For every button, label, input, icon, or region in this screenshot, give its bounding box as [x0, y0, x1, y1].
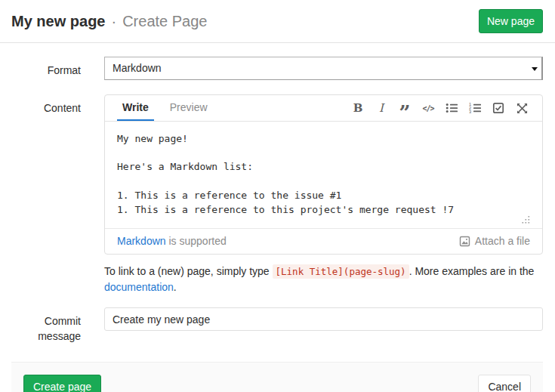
new-page-button[interactable]: New page [479, 9, 543, 33]
tab-write[interactable]: Write [117, 95, 154, 121]
content-textarea[interactable]: My new page! Here's a Markdown list: 1. … [105, 122, 542, 228]
format-select[interactable]: Markdown [104, 57, 543, 80]
task-list-icon[interactable] [490, 100, 507, 116]
select-dropdown-arrow-icon [532, 67, 538, 71]
svg-text:3: 3 [469, 110, 471, 114]
code-icon[interactable]: </> [420, 100, 436, 116]
title-wrap: My new page · Create Page [11, 13, 207, 30]
format-selected-value: Markdown [113, 62, 162, 74]
attach-file-label: Attach a file [475, 235, 530, 247]
commit-row: Commit message [0, 307, 555, 344]
documentation-link[interactable]: documentation [104, 281, 174, 293]
textarea-wrap: My new page! Here's a Markdown list: 1. … [105, 122, 542, 229]
tab-preview[interactable]: Preview [165, 95, 213, 121]
content-label: Content [11, 94, 81, 255]
resize-grip[interactable] [521, 214, 530, 227]
editor-footer: Markdown is supported Attach a file [105, 229, 542, 254]
markdown-link[interactable]: Markdown [117, 235, 166, 247]
link-syntax-code: [Link Title](page-slug) [273, 264, 409, 279]
toolbar-icons: B I ” </> 1 [350, 95, 530, 121]
editor-toolbar: Write Preview B I ” </> [105, 95, 542, 122]
wiki-help-text: To link to a (new) page, simply type [Li… [104, 264, 543, 295]
markdown-editor: Write Preview B I ” </> [104, 94, 543, 255]
attach-file-button[interactable]: Attach a file [459, 235, 530, 247]
create-page-button[interactable]: Create page [23, 375, 101, 392]
numbered-list-icon[interactable]: 1 2 3 [467, 100, 483, 116]
form-actions-bar: Create page Cancel [11, 362, 543, 392]
commit-message-label: Commit message [11, 307, 81, 344]
commit-message-input[interactable] [104, 307, 543, 331]
italic-icon[interactable]: I [373, 100, 390, 116]
format-label: Format [11, 57, 81, 80]
cancel-button[interactable]: Cancel [478, 375, 531, 392]
format-row: Format Markdown [0, 57, 555, 80]
bulleted-list-icon[interactable] [443, 100, 460, 116]
bold-icon[interactable]: B [350, 100, 366, 116]
page-header: My new page · Create Page New page [0, 0, 555, 43]
content-row: Content Write Preview B I ” </> [0, 94, 555, 255]
markdown-supported-text: Markdown is supported [117, 235, 227, 247]
title-separator: · [111, 13, 116, 30]
attach-image-icon [459, 236, 470, 247]
create-wiki-page: My new page · Create Page New page Forma… [0, 0, 555, 392]
fullscreen-icon[interactable] [513, 100, 530, 116]
quote-icon[interactable]: ” [396, 100, 413, 116]
page-subtitle: Create Page [122, 13, 207, 30]
page-title: My new page [11, 13, 105, 30]
